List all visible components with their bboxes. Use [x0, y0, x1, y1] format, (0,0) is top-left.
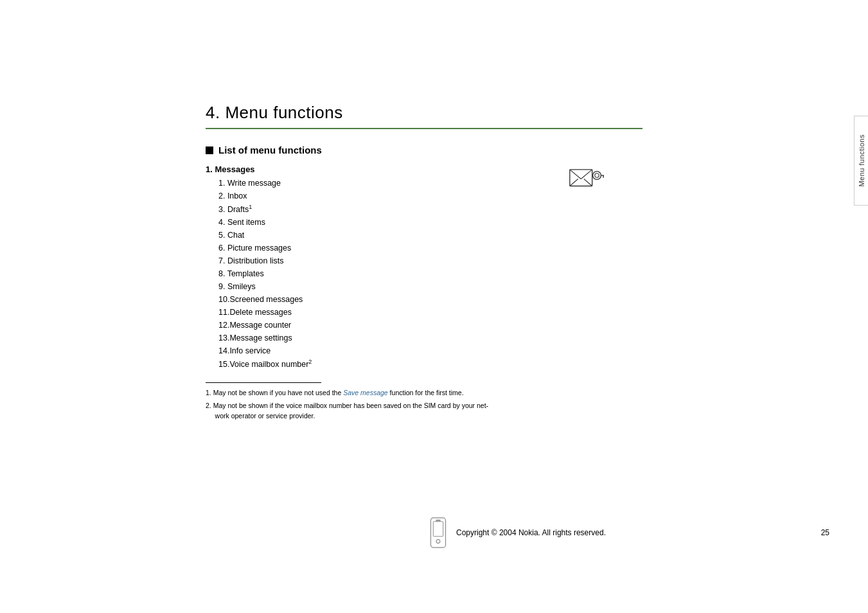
- svg-rect-13: [436, 520, 441, 521]
- list-item: 8. Templates: [218, 267, 642, 280]
- svg-rect-11: [433, 522, 443, 537]
- section-title: List of menu functions: [218, 145, 322, 155]
- footnote-italic-1: Save message: [343, 389, 387, 396]
- list-item: 4. Sent items: [218, 216, 642, 229]
- list-item: 5. Chat: [218, 229, 642, 242]
- svg-point-12: [436, 540, 440, 544]
- chapter-heading: 4. Menu functions: [206, 103, 642, 123]
- svg-line-2: [581, 170, 592, 179]
- list-item: 11.Delete messages: [218, 306, 642, 319]
- email-icon: [569, 164, 604, 193]
- list-item: 14.Info service: [218, 344, 642, 357]
- footer-copyright: Copyright © 2004 Nokia. All rights reser…: [456, 528, 606, 537]
- side-tab-label: Menu functions: [858, 134, 865, 187]
- chapter-divider: [206, 128, 642, 129]
- svg-line-1: [570, 170, 581, 179]
- list-item: 7. Distribution lists: [218, 254, 642, 267]
- footnote-divider: [206, 382, 321, 383]
- chapter-number: 4.: [206, 103, 220, 122]
- svg-line-4: [584, 179, 592, 186]
- section-square-icon: [206, 147, 213, 154]
- menu-list-area: 1. Messages 1. Write message 2. Inbox 3.…: [206, 164, 642, 424]
- footer-page-number: 25: [821, 528, 829, 537]
- page-container: Menu functions 4. Menu functions List of…: [0, 0, 868, 613]
- main-content: 4. Menu functions List of menu functions…: [206, 103, 642, 424]
- footnote-1: 1. May not be shown if you have not used…: [206, 388, 527, 398]
- list-item: 9. Smileys: [218, 280, 642, 293]
- list-item: 13.Message settings: [218, 332, 642, 344]
- svg-point-6: [595, 173, 599, 177]
- list-item: 10.Screened messages: [218, 293, 642, 306]
- svg-line-3: [570, 179, 578, 186]
- sub-menu-list: 1. Write message 2. Inbox 3. Drafts1 4. …: [218, 177, 642, 371]
- list-item: 15.Voice mailbox number2: [218, 357, 642, 371]
- svg-point-5: [593, 172, 601, 180]
- chapter-title: Menu functions: [225, 103, 342, 122]
- list-item: 12.Message counter: [218, 319, 642, 332]
- list-item: 3. Drafts1: [218, 202, 642, 216]
- side-tab: Menu functions: [854, 116, 868, 206]
- footnote-2: 2. May not be shown if the voice mailbox…: [206, 401, 527, 422]
- page-footer: Copyright © 2004 Nokia. All rights reser…: [206, 517, 829, 549]
- content-row: 1. Messages 1. Write message 2. Inbox 3.…: [206, 164, 642, 424]
- email-icon-area: [569, 164, 604, 195]
- section-heading: List of menu functions: [206, 145, 642, 155]
- footer-phone-icon: [429, 517, 447, 549]
- list-item: 6. Picture messages: [218, 242, 642, 254]
